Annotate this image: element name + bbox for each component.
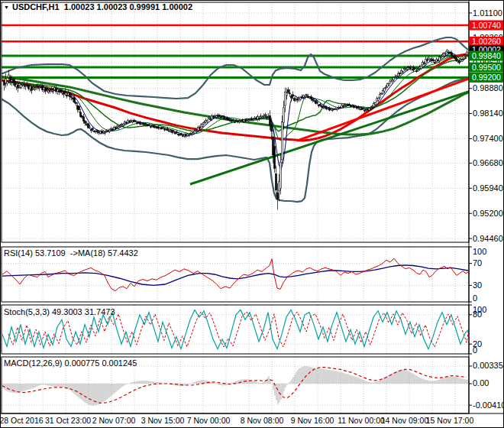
time-axis-label: 28 Oct 2016 [1,416,44,425]
level-price-badge: 0.99840 [470,51,504,61]
chart-canvas[interactable]: 1.011001.003600.996200.988800.981400.974… [1,1,504,428]
price-axis-label: 0.95940 [473,183,503,193]
chart-window: 1.011001.003600.996200.988800.981400.974… [0,0,504,428]
level-price-badge: 0.99500 [470,63,504,73]
time-axis-label: 31 Oct 23:00 [45,416,91,425]
price-axis-label: 0.98140 [473,109,503,118]
indicator-axis-label: 100 [473,247,486,256]
indicator-axis-label: 0 [473,293,477,303]
svg-text:0.99500: 0.99500 [472,63,501,72]
level-price-badge: 0.99200 [470,73,504,83]
price-axis-label: 0.98880 [473,83,503,92]
time-axis-label: 8 Nov 08:00 [241,416,284,425]
svg-text:1.00740: 1.00740 [472,21,501,30]
time-axis-label: 14 Nov 09:00 [381,416,429,425]
price-axis-label: 0.94460 [473,234,503,243]
price-axis-label: 0.96680 [473,158,503,167]
svg-text:0.99840: 0.99840 [472,51,501,60]
indicator-axis-label: -0.004101 [473,400,504,410]
price-axis-label: 1.01100 [473,8,502,18]
price-axis-label: 0.97400 [473,134,503,143]
time-axis-label: 11 Nov 00:00 [338,416,385,425]
indicator-axis-label: 70 [473,258,482,268]
time-axis-label: 9 Nov 16:00 [291,416,334,425]
price-axis-label: 0.95200 [473,209,503,218]
indicator-axis-label: 80 [473,310,482,319]
indicator-axis-label: 0.00 [473,378,489,387]
indicator-axis-label: 0 [473,345,477,355]
time-axis-label: 15 Nov 17:00 [426,416,474,425]
indicator-axis-label: 30 [473,280,482,290]
time-axis-label: 2 Nov 07:00 [92,416,136,425]
time-axis-label: 3 Nov 15:00 [141,416,185,425]
svg-text:1.00260: 1.00260 [472,37,501,46]
indicator-axis-label: 0.00335 [473,361,503,370]
time-axis-label: 7 Nov 00:00 [187,416,231,425]
level-price-badge: 1.00740 [470,21,504,31]
svg-text:0.99200: 0.99200 [472,73,501,82]
